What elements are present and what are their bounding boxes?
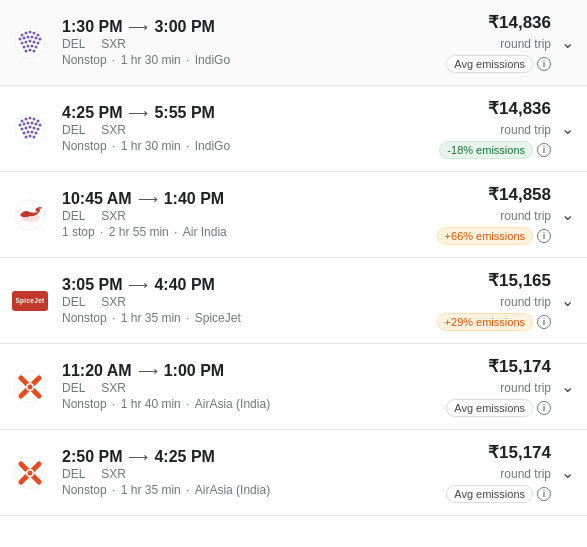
depart-time-4: 3:05 PM — [62, 276, 122, 294]
svg-point-4 — [33, 31, 36, 34]
price-section-1: ₹14,836 round trip Avg emissions i — [421, 12, 551, 73]
times-row-4: 3:05 PM ⟶ 4:40 PM — [62, 276, 421, 294]
price-section-5: ₹15,174 round trip Avg emissions i — [421, 356, 551, 417]
arrow-3: ⟶ — [138, 191, 158, 207]
svg-point-9 — [31, 35, 34, 38]
depart-time-5: 11:20 AM — [62, 362, 132, 380]
arrow-6: ⟶ — [128, 449, 148, 465]
info-icon-4[interactable]: i — [537, 315, 551, 329]
flight-row-1[interactable]: 1:30 PM ⟶ 3:00 PM DEL SXR Nonstop · 1 hr… — [0, 0, 587, 86]
info-icon-2[interactable]: i — [537, 143, 551, 157]
svg-point-60 — [28, 470, 33, 475]
arrive-time-3: 1:40 PM — [164, 190, 224, 208]
emissions-row-4: +29% emissions i — [437, 313, 551, 331]
arrive-code-4: SXR — [101, 295, 126, 309]
airline-logo-2 — [10, 113, 50, 145]
flight-list: 1:30 PM ⟶ 3:00 PM DEL SXR Nonstop · 1 hr… — [0, 0, 587, 516]
details-row-4: Nonstop · 1 hr 35 min · SpiceJet — [62, 311, 421, 325]
depart-code-2: DEL — [62, 123, 85, 137]
svg-point-10 — [35, 36, 38, 39]
emissions-row-6: Avg emissions i — [446, 485, 551, 503]
flight-row-4[interactable]: SpiceJet 3:05 PM ⟶ 4:40 PM DEL SXR Nonst… — [0, 258, 587, 344]
svg-point-6 — [19, 37, 22, 40]
expand-chevron-5[interactable]: ⌄ — [557, 377, 577, 396]
svg-point-30 — [19, 123, 22, 126]
round-trip-6: round trip — [500, 467, 551, 481]
depart-code-6: DEL — [62, 467, 85, 481]
depart-time-6: 2:50 PM — [62, 448, 122, 466]
round-trip-5: round trip — [500, 381, 551, 395]
flight-info-5: 11:20 AM ⟶ 1:00 PM DEL SXR Nonstop · 1 h… — [62, 362, 421, 411]
arrow-5: ⟶ — [138, 363, 158, 379]
times-row-6: 2:50 PM ⟶ 4:25 PM — [62, 448, 421, 466]
airline-logo-4: SpiceJet — [10, 291, 50, 311]
expand-chevron-4[interactable]: ⌄ — [557, 291, 577, 310]
depart-code-3: DEL — [62, 209, 85, 223]
times-row-2: 4:25 PM ⟶ 5:55 PM — [62, 104, 421, 122]
dot-sep-2-1: · — [186, 53, 193, 67]
airline-name-5: AirAsia (India) — [195, 397, 270, 411]
stop-info-5: Nonstop — [62, 397, 107, 411]
dot-sep-2-4: · — [186, 311, 193, 325]
flight-row-5[interactable]: 11:20 AM ⟶ 1:00 PM DEL SXR Nonstop · 1 h… — [0, 344, 587, 430]
arrive-time-2: 5:55 PM — [154, 104, 214, 122]
price-2: ₹14,836 — [488, 98, 551, 119]
arrow-4: ⟶ — [128, 277, 148, 293]
arrow-1: ⟶ — [128, 19, 148, 35]
arrive-code-1: SXR — [101, 37, 126, 51]
svg-point-16 — [37, 41, 40, 44]
airline-logo-6 — [10, 456, 50, 490]
flight-info-3: 10:45 AM ⟶ 1:40 PM DEL SXR 1 stop · 2 hr… — [62, 190, 421, 239]
dot-sep-1-3: · — [100, 225, 107, 239]
svg-point-19 — [31, 44, 34, 47]
svg-point-39 — [33, 126, 36, 129]
svg-point-3 — [29, 30, 32, 33]
price-4: ₹15,165 — [488, 270, 551, 291]
svg-point-41 — [23, 131, 26, 134]
duration-5: 1 hr 40 min — [121, 397, 181, 411]
svg-point-25 — [21, 119, 24, 122]
details-row-2: Nonstop · 1 hr 30 min · IndiGo — [62, 139, 421, 153]
emissions-badge-6: Avg emissions — [446, 485, 533, 503]
stop-info-2: Nonstop — [62, 139, 107, 153]
emissions-row-1: Avg emissions i — [446, 55, 551, 73]
airline-name-3: Air India — [183, 225, 227, 239]
airports-row-4: DEL SXR — [62, 295, 421, 309]
airports-row-5: DEL SXR — [62, 381, 421, 395]
flight-row-3[interactable]: 10:45 AM ⟶ 1:40 PM DEL SXR 1 stop · 2 hr… — [0, 172, 587, 258]
svg-point-27 — [29, 116, 32, 119]
svg-point-18 — [27, 44, 30, 47]
svg-point-21 — [25, 49, 28, 52]
svg-point-28 — [33, 117, 36, 120]
details-row-1: Nonstop · 1 hr 30 min · IndiGo — [62, 53, 421, 67]
dot-sep-1-1: · — [112, 53, 119, 67]
arrive-code-3: SXR — [101, 209, 126, 223]
flight-row-2[interactable]: 4:25 PM ⟶ 5:55 PM DEL SXR Nonstop · 1 hr… — [0, 86, 587, 172]
price-section-4: ₹15,165 round trip +29% emissions i — [421, 270, 551, 331]
flight-row-6[interactable]: 2:50 PM ⟶ 4:25 PM DEL SXR Nonstop · 1 hr… — [0, 430, 587, 516]
airports-row-3: DEL SXR — [62, 209, 421, 223]
info-icon-5[interactable]: i — [537, 401, 551, 415]
svg-point-13 — [25, 40, 28, 43]
expand-chevron-2[interactable]: ⌄ — [557, 119, 577, 138]
arrow-2: ⟶ — [128, 105, 148, 121]
depart-code-1: DEL — [62, 37, 85, 51]
arrive-time-5: 1:00 PM — [164, 362, 224, 380]
svg-point-44 — [35, 131, 38, 134]
emissions-row-2: -18% emissions i — [439, 141, 551, 159]
times-row-5: 11:20 AM ⟶ 1:00 PM — [62, 362, 421, 380]
expand-chevron-6[interactable]: ⌄ — [557, 463, 577, 482]
airline-name-4: SpiceJet — [195, 311, 241, 325]
svg-point-40 — [37, 127, 40, 130]
svg-point-14 — [29, 39, 32, 42]
arrive-code-2: SXR — [101, 123, 126, 137]
expand-chevron-3[interactable]: ⌄ — [557, 205, 577, 224]
info-icon-6[interactable]: i — [537, 487, 551, 501]
svg-point-1 — [21, 33, 24, 36]
info-icon-1[interactable]: i — [537, 57, 551, 71]
svg-point-35 — [39, 123, 42, 126]
expand-chevron-1[interactable]: ⌄ — [557, 33, 577, 52]
svg-point-32 — [27, 121, 30, 124]
info-icon-3[interactable]: i — [537, 229, 551, 243]
emissions-row-5: Avg emissions i — [446, 399, 551, 417]
